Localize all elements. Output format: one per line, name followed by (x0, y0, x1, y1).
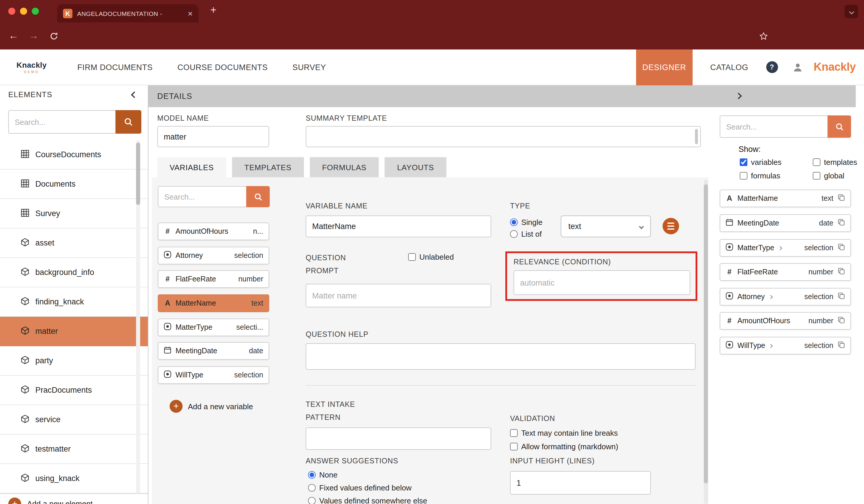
suggestions-none-radio[interactable] (308, 471, 316, 479)
tab-templates[interactable]: TEMPLATES (232, 157, 304, 177)
menu-survey[interactable]: SURVEY (292, 63, 326, 72)
variable-list-item[interactable]: #AmountOfHoursn... (158, 223, 269, 240)
menu-course-documents[interactable]: COURSE DOCUMENTS (177, 63, 268, 72)
catalog-item[interactable]: MeetingDatedate (720, 214, 851, 232)
type-single-radio[interactable] (510, 218, 518, 226)
zoom-window-button[interactable] (32, 8, 39, 15)
tab-variables[interactable]: VARIABLES (157, 157, 226, 177)
forward-button[interactable]: → (26, 22, 41, 49)
copy-icon[interactable] (838, 218, 845, 228)
element-item[interactable]: party (0, 346, 148, 376)
question-prompt-input[interactable] (306, 284, 491, 307)
close-window-button[interactable] (8, 8, 15, 15)
catalog-item[interactable]: AMatterNametext (720, 190, 851, 207)
relevance-input[interactable] (514, 270, 690, 295)
filter-variables-checkbox[interactable] (740, 158, 747, 166)
catalog-search-button[interactable] (827, 116, 851, 138)
scrollbar-thumb[interactable] (695, 129, 698, 144)
element-item[interactable]: using_knack (0, 464, 148, 493)
variable-name-input[interactable] (306, 216, 491, 237)
suggestions-elsewhere-radio[interactable] (308, 497, 316, 504)
tab-close-icon[interactable]: × (188, 9, 193, 17)
chevron-right-icon[interactable] (769, 344, 773, 348)
type-select[interactable]: text (561, 216, 651, 237)
summary-template-input[interactable] (306, 126, 701, 147)
element-item[interactable]: Survey (0, 199, 148, 228)
tab-designer[interactable]: DESIGNER (636, 49, 693, 85)
element-item[interactable]: asset (0, 228, 148, 258)
window-controls (8, 8, 39, 15)
variables-search-input[interactable] (158, 186, 246, 207)
minimize-window-button[interactable] (20, 8, 27, 15)
scrollbar-thumb[interactable] (704, 184, 708, 483)
unlabeled-checkbox[interactable] (408, 253, 416, 261)
add-element-row[interactable]: + Add a new element (0, 493, 148, 504)
element-item[interactable]: testmatter (0, 434, 148, 464)
element-item-selected[interactable]: matter (0, 317, 148, 346)
catalog-item[interactable]: MatterTypeselection (720, 239, 851, 257)
element-item[interactable]: CourseDocuments (0, 140, 148, 170)
copy-icon[interactable] (838, 243, 845, 253)
tab-search-button[interactable] (844, 5, 858, 18)
catalog-item[interactable]: Attorneyselection (720, 288, 851, 305)
catalog-search-input[interactable] (720, 116, 827, 138)
chevron-right-icon[interactable] (768, 295, 772, 299)
filter-formulas-checkbox[interactable] (740, 172, 747, 180)
element-item[interactable]: finding_knack (0, 287, 148, 317)
menu-firm-documents[interactable]: FIRM DOCUMENTS (77, 63, 153, 72)
catalog-item[interactable]: #AmountOfHoursnumber (720, 312, 851, 330)
tab-catalog[interactable]: CATALOG (710, 63, 748, 72)
copy-icon[interactable] (838, 341, 845, 350)
element-item[interactable]: Documents (0, 170, 148, 199)
user-account-icon[interactable] (792, 61, 803, 73)
add-variable-label: Add a new variable (188, 402, 253, 411)
copy-icon[interactable] (838, 267, 845, 277)
filter-global-checkbox[interactable] (813, 172, 820, 180)
browser-tab[interactable]: K ANGELADOCUMENTATION - × (57, 4, 199, 22)
tab-layouts[interactable]: LAYOUTS (385, 157, 446, 177)
help-icon[interactable]: ? (766, 61, 778, 73)
back-button[interactable]: ← (6, 22, 21, 49)
catalog-item[interactable]: #FlatFeeRatenumber (720, 263, 851, 281)
catalog-item[interactable]: WillTypeselection (720, 337, 851, 355)
add-icon[interactable]: + (8, 497, 21, 504)
question-help-input[interactable] (306, 343, 696, 370)
tab-formulas[interactable]: FORMULAS (310, 157, 379, 177)
knackly-demo-logo[interactable]: Knackly DEMO (16, 61, 47, 74)
collapse-sidebar-icon[interactable] (131, 91, 138, 98)
variable-list-item[interactable]: MeetingDatedate (158, 342, 269, 360)
line-breaks-checkbox[interactable] (510, 429, 518, 437)
calendar-icon (164, 346, 171, 356)
model-name-input[interactable] (157, 126, 269, 147)
text-intake-pattern-input[interactable] (306, 428, 491, 450)
elements-search-button[interactable] (116, 110, 141, 134)
scrollbar-thumb[interactable] (136, 143, 140, 205)
type-list-radio[interactable] (510, 230, 518, 238)
type-options-menu-button[interactable] (663, 218, 679, 234)
bookmark-star-button[interactable] (756, 22, 771, 49)
variable-list-item-selected[interactable]: AMatterNametext (158, 295, 269, 312)
variables-search-button[interactable] (246, 186, 270, 207)
catalog-item-name: MeetingDate (737, 219, 779, 227)
copy-icon[interactable] (838, 316, 845, 326)
reload-button[interactable] (46, 22, 61, 49)
variable-list-item[interactable]: #FlatFeeRatenumber (158, 270, 269, 288)
elements-search-input[interactable] (8, 110, 116, 134)
new-tab-button[interactable]: + (210, 4, 216, 16)
filter-templates-checkbox[interactable] (813, 158, 820, 166)
cube-icon (21, 414, 29, 425)
variable-list-item[interactable]: MatterTypeselecti... (158, 319, 269, 336)
add-variable-row[interactable]: + Add a new variable (170, 400, 253, 413)
add-icon[interactable]: + (170, 400, 183, 413)
markdown-checkbox[interactable] (510, 443, 518, 451)
copy-icon[interactable] (838, 194, 845, 203)
element-item[interactable]: PracDocuments (0, 376, 148, 405)
element-item[interactable]: service (0, 405, 148, 434)
element-item[interactable]: background_info (0, 258, 148, 287)
chevron-right-icon[interactable] (778, 246, 782, 250)
copy-icon[interactable] (838, 292, 845, 301)
suggestions-fixed-radio[interactable] (308, 484, 316, 492)
variable-list-item[interactable]: Attorneyselection (158, 247, 269, 264)
input-height-input[interactable] (510, 471, 651, 495)
variable-list-item[interactable]: WillTypeselection (158, 366, 269, 384)
